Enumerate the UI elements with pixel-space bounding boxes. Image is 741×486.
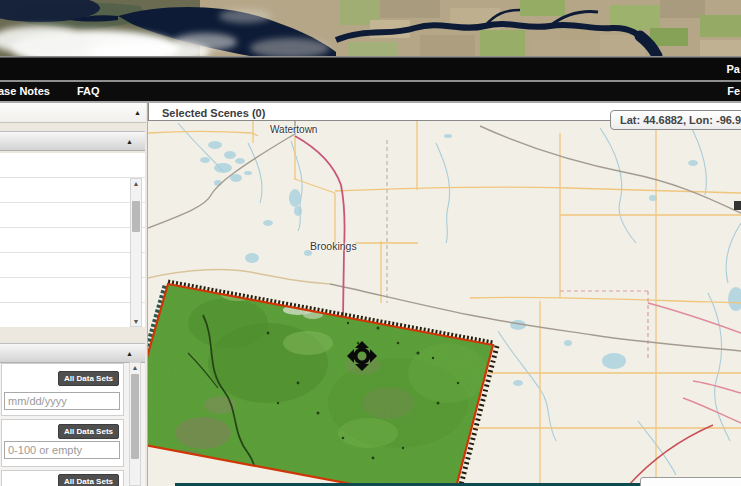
map-control-partial[interactable] (640, 477, 741, 486)
satellite-banner-image (0, 0, 741, 57)
scroll-up-icon[interactable]: ▲ (130, 364, 140, 371)
city-label-watertown: Watertown (270, 124, 317, 135)
additional-criteria-panel-header[interactable]: ▲ (0, 343, 145, 363)
scroll-up-icon[interactable]: ▲ (131, 180, 141, 187)
menu-nav-bar: ase Notes FAQ Fe (0, 82, 741, 103)
release-notes-link[interactable]: ase Notes (0, 85, 50, 97)
filters-scrollbar[interactable]: ▲ (129, 362, 141, 486)
road-shield-partial (734, 201, 741, 210)
search-criteria-sidebar: ▲ ▲ ▲ ▼ ▲ (0, 103, 148, 486)
feedback-link-partial[interactable]: Fe (727, 85, 740, 97)
scroll-down-icon[interactable]: ▼ (131, 318, 141, 325)
all-data-sets-button[interactable]: All Data Sets (58, 474, 119, 486)
additional-criteria-filters: All Data Sets All Data Sets All Data Set… (0, 363, 145, 486)
banner-art (0, 0, 741, 56)
collapse-up-icon[interactable]: ▲ (134, 109, 141, 116)
all-data-sets-button[interactable]: All Data Sets (58, 424, 119, 439)
city-label-brookings: Brookings (310, 240, 357, 252)
dataset-list-scrollbar[interactable]: ▲ ▼ (130, 178, 142, 327)
dataset-list-row[interactable] (0, 153, 145, 178)
map-canvas (148, 103, 741, 486)
scrollbar-thumb[interactable] (132, 201, 140, 232)
filter-group-partial: All Data Sets (1, 470, 124, 486)
faq-link[interactable]: FAQ (77, 85, 100, 97)
dataset-list-row[interactable] (0, 203, 145, 228)
date-filter-input[interactable] (4, 392, 120, 410)
dataset-list-row[interactable] (0, 278, 145, 303)
dataset-list-row[interactable] (0, 253, 145, 278)
earthexplorer-app: Pa ase Notes FAQ Fe ▲ ▲ (0, 0, 741, 486)
all-data-sets-button[interactable]: All Data Sets (58, 371, 119, 386)
cloud-cover-filter-input[interactable] (4, 441, 120, 459)
nav-right-partial-link[interactable]: Pa (727, 63, 740, 75)
selected-scenes-label: Selected Scenes (0) (149, 105, 265, 122)
scrollbar-thumb[interactable] (131, 374, 139, 459)
content-area: ▲ ▲ ▲ ▼ ▲ (0, 103, 741, 486)
filter-group-cloud-cover: All Data Sets (1, 419, 124, 467)
collapse-up-icon[interactable]: ▲ (126, 350, 133, 357)
coordinates-readout: Lat: 44.6882, Lon: -96.9708 (610, 110, 741, 130)
filter-group-date: All Data Sets (1, 363, 124, 416)
sidebar-top-collapse-strip[interactable]: ▲ (0, 103, 146, 123)
dataset-list-row[interactable] (0, 178, 145, 203)
datasets-panel-header[interactable]: ▲ (0, 131, 145, 151)
dataset-list-row[interactable] (0, 228, 145, 253)
map-viewport[interactable]: Selected Scenes (0) Lat: 44.6882, Lon: -… (148, 103, 741, 486)
collapse-up-icon[interactable]: ▲ (126, 138, 133, 145)
dataset-list-row[interactable] (0, 303, 145, 327)
top-nav-bar: Pa (0, 57, 741, 82)
dataset-list (0, 153, 145, 327)
